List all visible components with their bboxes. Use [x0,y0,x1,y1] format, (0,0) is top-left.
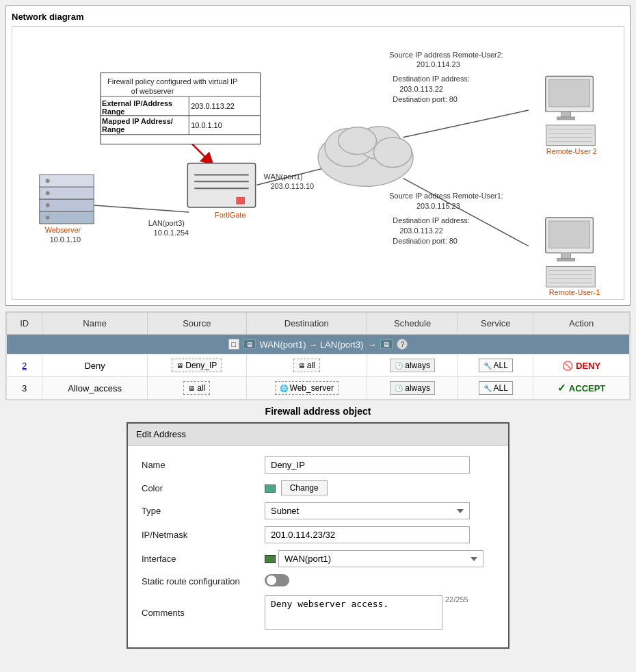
svg-rect-55 [557,259,575,261]
svg-point-37 [46,191,50,195]
static-route-control [265,574,494,589]
row-source: 🖥 all [147,377,246,400]
group-dest-icon: 🖥 [380,339,393,349]
row-id[interactable]: 3 [7,377,42,400]
svg-text:Destination IP address:: Destination IP address: [393,216,470,224]
svg-rect-54 [561,253,571,259]
svg-text:203.0.115.23: 203.0.115.23 [416,202,460,210]
interface-select[interactable]: WAN(port1) LAN(port3) any [278,550,483,567]
ipnetmask-input[interactable] [265,526,470,543]
row-source: 🖥 Deny_IP [147,354,246,377]
name-label: Name [142,460,265,470]
comments-char-count: 22/255 [445,595,468,604]
group-network-icon: 🖥 [243,339,256,349]
policy-table: ID Name Source Destination Schedule Serv… [6,312,630,400]
svg-text:203.0.113.22: 203.0.113.22 [399,227,443,235]
row-action: 🚫 DENY [533,354,630,377]
type-label: Type [142,506,265,516]
group-label: WAN(port1) → LAN(port3) [260,339,364,350]
svg-point-20 [373,138,412,168]
static-route-toggle[interactable] [265,574,289,586]
svg-text:10.0.1.10: 10.0.1.10 [50,235,81,244]
svg-text:Remote-User 2: Remote-User 2 [546,147,597,155]
col-id: ID [7,313,42,335]
interface-control: WAN(port1) LAN(port3) any [265,550,494,567]
clock-icon: 🕐 [395,385,403,392]
type-select[interactable]: Subnet IP Range FQDN Geography [265,502,470,519]
group-help-badge[interactable]: ? [397,339,408,350]
name-input[interactable] [265,456,470,474]
row-service: 🔧 ALL [458,377,533,400]
name-control [265,456,494,474]
svg-rect-43 [549,79,590,107]
address-object-section: Firewall address object Edit Address Nam… [5,406,631,649]
svg-rect-56 [546,266,596,287]
svg-text:Source IP address Remote-User1: Source IP address Remote-User1: [389,192,503,200]
svg-text:10.0.1.254: 10.0.1.254 [154,229,189,237]
svg-text:Mapped IP Address/: Mapped IP Address/ [102,117,173,125]
edit-address-box: Edit Address Name Color Change Type [127,422,509,649]
col-name: Name [42,313,148,335]
service-icon: 🔧 [483,362,492,370]
color-change-button[interactable]: Change [281,480,328,495]
comments-control: Deny webserver access. 22/255 [265,595,494,630]
svg-rect-45 [557,117,575,120]
svg-point-39 [46,216,50,220]
interface-icon [265,555,276,563]
svg-text:10.0.1.10: 10.0.1.10 [191,121,222,129]
form-row-comments: Comments Deny webserver access. 22/255 [142,595,494,630]
row-destination: 🌐 Web_server [246,377,367,400]
color-control: Change [265,480,494,495]
svg-text:203.0.113.10: 203.0.113.10 [270,182,314,190]
clock-icon: 🕐 [395,362,403,370]
table-row: 3 Allow_access 🖥 all 🌐 Web_server [7,377,630,400]
group-collapse-icon[interactable]: □ [228,339,239,350]
svg-text:Remote-User-1: Remote-User-1 [549,288,600,296]
form-row-color: Color Change [142,480,494,495]
row-id[interactable]: 2 [7,354,42,377]
network-diagram-area: Firewall policy configured with virtual … [12,26,624,300]
col-source: Source [147,313,246,335]
svg-rect-26 [237,197,245,204]
svg-rect-22 [187,163,255,207]
svg-point-36 [46,179,50,183]
row-schedule: 🕐 always [367,354,458,377]
svg-text:203.0.113.22: 203.0.113.22 [191,102,235,110]
source-icon: 🖥 [176,362,183,370]
form-row-type: Type Subnet IP Range FQDN Geography [142,502,494,519]
edit-address-body: Name Color Change Type Su [128,445,508,647]
svg-text:Firewall policy configured wit: Firewall policy configured with virtual … [107,77,237,86]
service-icon: 🔧 [483,385,492,392]
accept-icon: ✓ [557,382,566,394]
color-label: Color [142,483,265,493]
svg-text:Destination port: 80: Destination port: 80 [393,237,458,245]
source-icon: 🖥 [188,385,195,392]
table-row: 2 Deny 🖥 Deny_IP 🖥 all [7,354,630,377]
network-diagram-title: Network diagram [12,12,624,22]
static-route-label: Static route configuration [142,576,265,586]
svg-text:201.0.114.23: 201.0.114.23 [416,60,460,68]
col-action: Action [533,313,630,335]
col-service: Service [458,313,533,335]
form-row-interface: Interface WAN(port1) LAN(port3) any [142,550,494,567]
group-arrow: → [367,339,376,350]
row-destination: 🖥 all [246,354,367,377]
network-diagram-section: Network diagram Firewall policy configur… [5,5,631,306]
policy-table-section: ID Name Source Destination Schedule Serv… [5,311,631,400]
svg-rect-44 [561,112,571,117]
form-row-name: Name [142,456,494,474]
row-schedule: 🕐 always [367,377,458,400]
svg-line-2 [403,110,529,138]
svg-text:External IP/Address: External IP/Address [102,99,172,107]
color-icon [265,482,278,493]
comments-input[interactable]: Deny webserver access. [265,595,442,630]
address-object-title: Firewall address object [5,406,631,417]
svg-text:FortiGate: FortiGate [215,211,246,219]
group-header-row: □ 🖥 WAN(port1) → LAN(port3) → 🖥 ? [7,335,630,354]
comments-label: Comments [142,608,265,618]
svg-rect-53 [549,221,590,248]
edit-address-header: Edit Address [128,424,508,445]
svg-text:203.0.113.22: 203.0.113.22 [399,85,443,93]
svg-text:of webserver: of webserver [131,87,174,95]
row-service: 🔧 ALL [458,354,533,377]
